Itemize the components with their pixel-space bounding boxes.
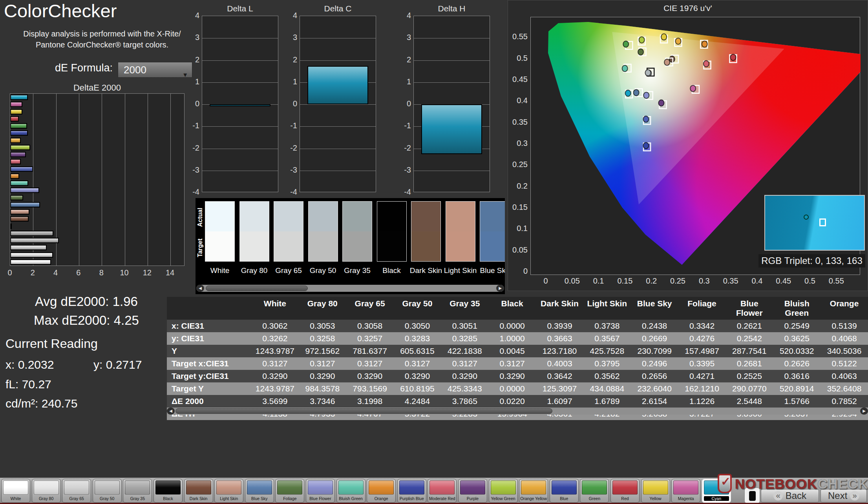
scroll-thumb[interactable] (206, 286, 308, 291)
actual-swatch (239, 201, 269, 231)
swatch-scrollbar[interactable]: ◀▶ (196, 285, 504, 292)
measured-point-gray-50 (645, 70, 651, 76)
y-tick-label: 4 (399, 11, 411, 20)
x-tick-label: 2 (25, 268, 40, 277)
x-tick-label: 4 (48, 268, 64, 277)
patch-tile-orange-yellow[interactable]: Orange Yellow (519, 479, 548, 503)
table-cell: 0.3616 (773, 370, 820, 382)
cie-y-tick-label: 0.15 (510, 203, 528, 212)
y-tick-label: 3 (188, 33, 199, 42)
measured-point-orange-yellow (676, 38, 681, 44)
table-cell: 0.3285 (441, 332, 488, 345)
scroll-right-icon[interactable]: ▶ (860, 408, 868, 415)
patch-tile-gray-65[interactable]: Gray 65 (62, 479, 91, 503)
next-chevron-icon: » (850, 491, 859, 500)
patch-tile-blue-flower[interactable]: Blue Flower (306, 479, 335, 503)
table-cell: 0.5122 (820, 357, 868, 370)
scroll-right-icon[interactable]: ▶ (496, 285, 504, 292)
y-tick-label: 2 (188, 55, 199, 64)
patch-tile-foliage[interactable]: Foliage (275, 479, 304, 503)
cie-y-tick-label: 0.55 (510, 32, 528, 41)
patch-tile-moderate-red[interactable]: Moderate Red (428, 479, 457, 503)
swatch-label: Gray 50 (303, 266, 343, 275)
patch-tile-green[interactable]: Green (580, 479, 609, 503)
patch-tile-light-skin[interactable]: Light Skin (214, 479, 243, 503)
table-cell: 232.6040 (631, 382, 678, 395)
patch-tile-black[interactable]: Black (153, 479, 183, 503)
y-tick-label: -3 (285, 166, 297, 175)
y-tick-label: -1 (399, 121, 411, 130)
table-scrollbar[interactable]: ◀▶ (167, 408, 868, 415)
patch-tile-red[interactable]: Red (610, 479, 640, 503)
gridline (300, 171, 376, 171)
swatch-label: Gray 65 (269, 266, 308, 275)
swatch-label: Blue Sky (475, 266, 505, 275)
table-cell: 781.6377 (346, 345, 394, 357)
swatch-label: White (200, 266, 239, 275)
actual-swatch (205, 201, 235, 231)
y-tick-label: -3 (399, 166, 411, 175)
scroll-left-icon[interactable]: ◀ (196, 285, 204, 292)
patch-tile-purple[interactable]: Purple (458, 479, 487, 503)
patch-color (643, 480, 668, 495)
patch-color (460, 480, 485, 495)
chart-plot (202, 16, 278, 192)
table-cell: 610.8195 (394, 382, 441, 395)
actual-swatch (308, 201, 338, 231)
table-cell: 0.0220 (488, 395, 536, 408)
y-tick-label: 0 (188, 99, 199, 108)
actual-swatch (342, 201, 372, 231)
patch-tile-yellow-green[interactable]: Yellow Green (489, 479, 518, 503)
y-tick-label: -2 (285, 144, 297, 153)
swatch-dark-skin: Dark Skin (411, 201, 441, 262)
patch-tile-dark-skin[interactable]: Dark Skin (184, 479, 213, 503)
patch-tile-gray-50[interactable]: Gray 50 (93, 479, 122, 503)
patch-tile-blue[interactable]: Blue (550, 479, 579, 503)
pattern-toggle-button[interactable] (744, 488, 760, 504)
scroll-left-icon[interactable]: ◀ (167, 408, 175, 415)
y-tick-label: 3 (399, 33, 411, 42)
description-line2: Pantone ColorChecker® target colors. (12, 39, 192, 50)
patch-tile-magenta[interactable]: Magenta (671, 479, 700, 503)
patch-color (521, 480, 546, 495)
delta-bar (210, 104, 270, 106)
table-cell: 0.0045 (488, 345, 536, 357)
patch-tile-cyan[interactable]: Cyan (702, 479, 731, 503)
measured-point-magenta (690, 86, 696, 92)
scroll-thumb[interactable] (175, 408, 552, 414)
back-button[interactable]: « Back (761, 489, 819, 502)
table-cell: 0.3258 (299, 332, 346, 345)
x-tick-label: 12 (139, 268, 155, 277)
patch-tile-white[interactable]: White (1, 479, 30, 503)
gridline (170, 94, 171, 266)
table-cell: 0.3290 (488, 370, 536, 382)
row-label: Target y:CIE31 (167, 370, 251, 382)
patch-tile-orange[interactable]: Orange (367, 479, 396, 503)
table-cell: 0.2438 (631, 320, 678, 332)
patch-tile-bluish-green[interactable]: Bluish Green (336, 479, 365, 503)
patch-tile-label: Light Skin (215, 496, 243, 501)
y-tick-label: 1 (188, 77, 199, 86)
patch-tile-yellow[interactable]: Yellow (641, 479, 670, 503)
patch-color (186, 480, 211, 495)
measured-point-blue-flower (643, 92, 649, 98)
patch-tile-gray-80[interactable]: Gray 80 (32, 479, 61, 503)
patch-tile-blue-sky[interactable]: Blue Sky (245, 479, 274, 503)
next-button[interactable]: Next » (820, 489, 867, 502)
table-cell: 0.3738 (583, 320, 631, 332)
bar-purple (10, 152, 26, 157)
patch-tile-purplish-blue[interactable]: Purplish Blue (397, 479, 426, 503)
target-swatch (274, 231, 303, 262)
reading-cdm2: cd/m²: 240.75 (5, 397, 77, 410)
patch-selector-bar: WhiteGray 80Gray 65Gray 50Gray 35BlackDa… (0, 478, 868, 504)
patch-tile-label: Orange (367, 496, 395, 501)
column-header-gray-35: Gray 35 (441, 297, 488, 320)
patch-tile-label: Purplish Blue (398, 496, 426, 501)
patch-color (216, 480, 241, 495)
patch-tile-gray-35[interactable]: Gray 35 (123, 479, 152, 503)
table-cell: 0.3053 (299, 320, 346, 332)
target-swatch (342, 231, 372, 262)
pattern-window-icon (749, 491, 756, 501)
de-formula-dropdown[interactable]: 2000 ▼ (118, 62, 192, 78)
gridline (300, 126, 376, 127)
